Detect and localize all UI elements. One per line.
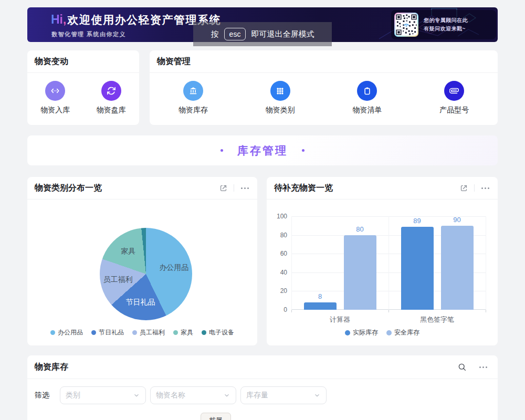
- fullscreen-exit-toast: 按 esc 即可退出全屏模式: [193, 22, 332, 46]
- legend-label: 家具: [181, 328, 193, 337]
- band-dot-right: [302, 149, 304, 152]
- bar-value-label: 8: [318, 292, 322, 300]
- screenshot-button[interactable]: 截屏: [201, 413, 231, 420]
- inventory-header: 物资库存: [27, 355, 498, 379]
- bar-chart-body: 实际库存安全库存 020406080100计算器880黑色签字笔8990: [267, 200, 498, 345]
- restock-needed-card: 待补充物资一览 实际库存安全库存 020406080100计算器880黑色签字笔…: [267, 177, 498, 345]
- more-dots-icon[interactable]: [480, 187, 490, 189]
- section-banner-inventory: 库存管理: [27, 135, 498, 165]
- category-label: 黑色签字笔: [420, 315, 454, 324]
- y-axis-tick-label: 40: [270, 269, 287, 276]
- bar-legend: 实际库存安全库存: [267, 328, 498, 337]
- qr-caption: 您的专属顾问在此 有疑问欢迎来戳~: [424, 16, 468, 33]
- y-axis-tick-label: 60: [270, 250, 287, 257]
- pie-slice-label: 节日礼品: [125, 298, 155, 307]
- x-axis-tick: [291, 310, 292, 312]
- sync-icon: [101, 81, 121, 101]
- inventory-title: 物资库存: [35, 362, 68, 373]
- section-banner-title: 库存管理: [237, 143, 288, 158]
- legend-item-安全库存[interactable]: 安全库存: [386, 328, 419, 337]
- shortcut-label: 物资库存: [178, 106, 208, 115]
- bar-value-label: 90: [453, 216, 460, 224]
- bar-card-title: 待补充物资一览: [274, 183, 333, 194]
- bar-plot-area: 020406080100计算器880黑色签字笔8990: [291, 216, 486, 310]
- x-axis-tick: [486, 310, 486, 312]
- legend-label: 安全库存: [394, 328, 419, 337]
- qr-code[interactable]: [394, 13, 418, 37]
- legend-item-家具[interactable]: 家具: [173, 328, 193, 337]
- shortcut-label: 物资盘库: [97, 106, 126, 115]
- bar-value-label: 89: [413, 217, 421, 225]
- chevron-down-icon: [133, 392, 140, 399]
- y-axis-tick-label: 80: [270, 232, 287, 239]
- y-axis-tick-label: 0: [270, 306, 287, 313]
- shortcut-label: 物资清单: [352, 106, 382, 115]
- grid-icon: [270, 81, 290, 101]
- material-management-title: 物资管理: [157, 56, 191, 67]
- search-icon[interactable]: [457, 362, 467, 372]
- category-select-placeholder: 类别: [66, 391, 80, 400]
- y-axis-tick-label: 100: [270, 213, 287, 220]
- legend-item-办公用品[interactable]: 办公用品: [50, 328, 83, 337]
- category-split-line: [388, 216, 389, 310]
- more-dots-icon[interactable]: [240, 187, 250, 189]
- shortcut-material-category[interactable]: 物资类别: [237, 73, 324, 115]
- material-management-header: 物资管理: [150, 50, 498, 73]
- shortcut-label: 物资入库: [40, 106, 70, 115]
- x-axis-tick: [388, 310, 389, 312]
- category-split-line: [291, 216, 292, 310]
- dashboard-page: Hi, 欢迎使用办公轻资产管理系统 数智化管理 系统由你定义: [0, 0, 525, 420]
- external-link-icon[interactable]: [219, 184, 228, 193]
- legend-label: 电子设备: [209, 328, 234, 337]
- shortcut-label: 产品型号: [439, 106, 469, 115]
- legend-dot: [91, 330, 96, 335]
- legend-label: 办公用品: [58, 328, 83, 337]
- material-management-card: 物资管理 物资库存 物资类别: [150, 50, 498, 125]
- shortcut-material-inbound[interactable]: 物资入库: [27, 73, 83, 115]
- consultant-qr-panel: 您的专属顾问在此 有疑问欢迎来戳~: [391, 10, 496, 39]
- pie-card-header: 物资类别分布一览: [27, 177, 257, 200]
- bar-安全库存-黑色签字笔[interactable]: [441, 226, 474, 310]
- external-link-icon[interactable]: [459, 184, 468, 193]
- bar-实际库存-黑色签字笔[interactable]: [401, 227, 434, 310]
- stock-amount-select[interactable]: 库存量: [240, 386, 327, 404]
- bar-安全库存-计算器[interactable]: [344, 235, 376, 310]
- pie-card-title: 物资类别分布一览: [35, 183, 102, 194]
- more-dots-icon[interactable]: [478, 366, 488, 368]
- category-split-line: [486, 216, 486, 310]
- shortcut-label: 物资类别: [266, 106, 295, 115]
- category-select[interactable]: 类别: [60, 386, 146, 404]
- toast-suffix: 即可退出全屏模式: [251, 29, 314, 39]
- legend-label: 实际库存: [353, 328, 378, 337]
- pie-slice-label: 家具: [121, 247, 135, 256]
- pie-slice-label: 员工福利: [103, 275, 133, 285]
- chevron-down-icon: [223, 392, 230, 399]
- legend-dot: [202, 330, 206, 335]
- legend-dot: [173, 330, 178, 335]
- material-name-select[interactable]: 物资名称: [150, 386, 236, 404]
- shortcut-material-inventory[interactable]: 物资库存: [150, 73, 237, 115]
- filter-label: 筛选: [35, 391, 49, 400]
- bank-icon: [183, 81, 203, 101]
- y-axis-tick-label: 20: [270, 287, 287, 295]
- legend-item-实际库存[interactable]: 实际库存: [345, 328, 378, 337]
- shortcut-product-model[interactable]: 产品型号: [411, 73, 498, 115]
- legend-item-员工福利[interactable]: 员工福利: [132, 328, 165, 337]
- paperclip-icon: [444, 81, 464, 101]
- legend-item-节日礼品[interactable]: 节日礼品: [91, 328, 124, 337]
- toast-prefix: 按: [211, 29, 219, 39]
- pie-chart[interactable]: 办公用品节日礼品员工福利家具: [100, 228, 192, 320]
- clipboard-icon: [357, 81, 377, 101]
- legend-dot: [132, 330, 137, 335]
- qr-caption-line1: 您的专属顾问在此: [424, 16, 468, 25]
- category-distribution-card: 物资类别分布一览 办公用品节日礼品员工福利家具 办公用品节日礼品员工福利家具电子…: [27, 177, 257, 345]
- legend-item-电子设备[interactable]: 电子设备: [202, 328, 234, 337]
- legend-dot: [386, 330, 392, 335]
- shortcut-material-list[interactable]: 物资清单: [324, 73, 411, 115]
- bar-实际库存-计算器[interactable]: [304, 302, 337, 310]
- shortcut-material-stocktake[interactable]: 物资盘库: [83, 73, 140, 115]
- material-change-header: 物资变动: [27, 50, 139, 73]
- legend-dot: [345, 330, 350, 335]
- pie-slice-label: 办公用品: [159, 263, 188, 272]
- material-change-card: 物资变动 物资入库 物资盘库: [27, 50, 139, 125]
